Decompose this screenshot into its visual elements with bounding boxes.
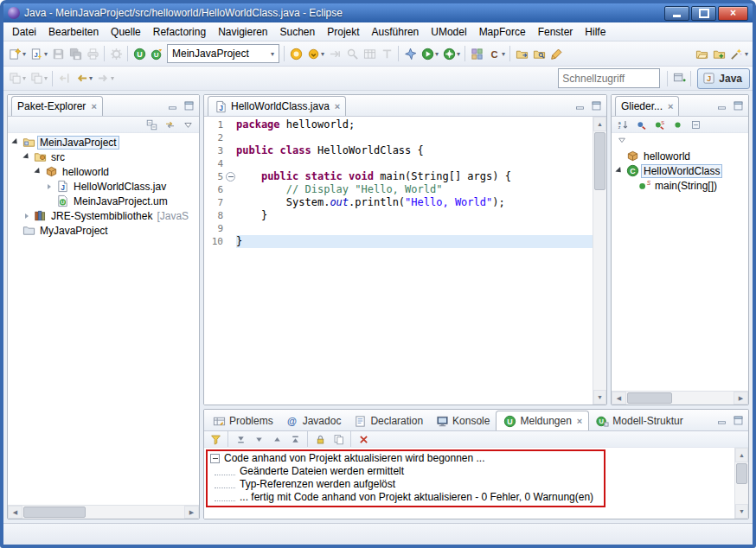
public-only-button[interactable] [669, 118, 686, 131]
expander-icon[interactable] [22, 213, 31, 219]
tab-problems[interactable]: Problems [206, 411, 279, 430]
expander-icon[interactable] [22, 155, 31, 159]
code-line[interactable]: 2 [204, 131, 593, 144]
run-button[interactable]: ▾ [419, 44, 440, 63]
menu-fenster[interactable]: Fenster [532, 23, 580, 41]
tab-meldungen[interactable]: UMeldungen× [496, 411, 589, 430]
tab-gliederung[interactable]: Glieder... × [615, 96, 679, 116]
open-resource-button[interactable] [694, 44, 711, 63]
scroll-thumb[interactable] [736, 463, 747, 484]
message-row[interactable]: Typ-Referenzen werden aufgelöst [209, 478, 593, 491]
menu-suchen[interactable]: Suchen [274, 23, 322, 41]
tree-item-myjavaproject[interactable]: MyJavaProject [8, 223, 199, 238]
quick-access-input[interactable] [558, 68, 660, 88]
lock-button[interactable] [311, 432, 329, 446]
maximize-view-button[interactable] [731, 99, 745, 112]
message-row[interactable]: ... fertig mit Code anhand von Projekt a… [209, 491, 593, 504]
tree-item-helloworldclass[interactable]: CHelloWorldClass [612, 163, 748, 178]
code-line[interactable]: 10} [204, 235, 593, 248]
tree-item-helloworldclass-jav[interactable]: JHelloWorldClass.jav [8, 179, 199, 194]
code-line[interactable]: 5 public static void main(String[] args)… [204, 170, 593, 183]
static-filter-button[interactable]: S [650, 118, 668, 131]
close-icon[interactable]: × [335, 101, 340, 112]
modules-grid-button[interactable] [468, 44, 485, 63]
msg-up-button[interactable] [268, 432, 285, 446]
maximize-view-button[interactable] [182, 99, 195, 112]
minimize-view-button[interactable] [165, 99, 179, 112]
back-button[interactable]: ▾ [73, 69, 94, 88]
coverage-button[interactable]: C▾ [485, 44, 507, 63]
scroll-track[interactable] [22, 506, 184, 519]
expander-icon[interactable] [33, 169, 42, 174]
expander-icon[interactable] [614, 169, 624, 173]
code-area[interactable]: 1package helloworld;23public class Hello… [204, 117, 593, 405]
copy-button[interactable] [330, 432, 347, 446]
maximize-view-button[interactable] [589, 99, 603, 112]
code-line[interactable]: 1package helloworld; [204, 118, 593, 131]
msg-up-bar-button[interactable] [286, 432, 304, 446]
minimize-view-button[interactable] [714, 99, 728, 112]
scroll-track[interactable] [626, 392, 734, 405]
msg-down-button[interactable] [250, 432, 267, 446]
view-menu-icon[interactable] [615, 133, 629, 147]
close-icon[interactable]: × [668, 101, 673, 112]
scroll-thumb[interactable] [627, 392, 672, 404]
scroll-track[interactable] [593, 131, 606, 390]
sort-button[interactable]: az [614, 118, 631, 131]
code-line[interactable]: 7 System.out.println("Hello, World"); [204, 196, 593, 209]
scroll-thumb[interactable] [23, 507, 86, 518]
tree-item-meinjavaproject-um[interactable]: UMeinJavaProject.um [8, 194, 199, 208]
outline-hscrollbar[interactable]: ◀ ▶ [612, 391, 748, 405]
expander-icon[interactable] [10, 140, 20, 144]
menu-hilfe[interactable]: Hilfe [579, 23, 612, 41]
code-line[interactable]: 4 [204, 157, 593, 170]
fields-button[interactable] [632, 118, 650, 131]
filter-button[interactable] [207, 432, 224, 446]
tree-item-helloworld[interactable]: helloworld [612, 149, 748, 163]
collapse-minus-icon[interactable] [210, 454, 220, 463]
tab-javadoc[interactable]: @Javadoc [279, 411, 348, 430]
search-button[interactable] [530, 44, 548, 63]
umodel-sync-button[interactable]: U [148, 44, 165, 63]
scroll-right-icon[interactable]: ▶ [184, 506, 199, 519]
expander-icon[interactable] [44, 184, 54, 189]
scroll-up-icon[interactable]: ▲ [593, 117, 606, 131]
collapse-all-button[interactable] [143, 118, 160, 131]
code-line[interactable]: 6 // Display "Hello, World" [204, 183, 593, 196]
editor-tab-helloworldclass-java[interactable]: J HelloWorldClass.java × [208, 96, 346, 116]
menu-bearbeiten[interactable]: Bearbeiten [42, 23, 105, 41]
message-row[interactable]: Geänderte Dateien werden ermittelt [209, 465, 593, 478]
close-icon[interactable]: × [91, 101, 96, 112]
scroll-up-icon[interactable]: ▲ [735, 448, 748, 462]
msg-down-bar-button[interactable] [232, 432, 249, 446]
tab-declaration[interactable]: Declaration [347, 411, 429, 430]
menu-umodel[interactable]: UModel [425, 23, 472, 41]
mapforce-button[interactable] [287, 44, 304, 63]
java-perspective-button[interactable]: J Java [697, 68, 750, 89]
open-type-button[interactable] [513, 44, 530, 63]
umodel-project-selector[interactable]: MeinJavaProject▾ [167, 44, 279, 63]
tab-paket-explorer[interactable]: Paket-Explorer × [11, 96, 103, 116]
maximize-view-button[interactable] [731, 413, 745, 427]
new-button[interactable]: ▾ [6, 44, 28, 63]
new-task-button[interactable] [711, 44, 728, 63]
umodel-project-button[interactable]: U [131, 44, 148, 63]
clear-button[interactable] [355, 432, 372, 446]
minimize-view-button[interactable] [714, 413, 728, 427]
tab-modell-struktur[interactable]: UModell-Struktur [589, 411, 689, 430]
scroll-down-icon[interactable]: ▼ [735, 504, 748, 519]
code-line[interactable]: 3public class HelloWorldClass { [204, 144, 593, 157]
message-root[interactable]: Code anhand von Projekt aktualisieren wi… [209, 452, 593, 465]
scroll-thumb[interactable] [594, 132, 605, 190]
messages-vscrollbar[interactable]: ▲ ▼ [734, 448, 748, 519]
minimize-button[interactable] [664, 6, 689, 21]
tree-item-helloworld[interactable]: helloworld [8, 164, 199, 179]
editor-vscrollbar[interactable]: ▲ ▼ [593, 117, 606, 405]
mapforce-insert-button[interactable]: ▾ [304, 44, 326, 63]
wizard-button[interactable]: ▾ [728, 44, 750, 63]
scroll-left-icon[interactable]: ◀ [8, 506, 22, 519]
tree-item-src[interactable]: src [8, 150, 199, 164]
tab-konsole[interactable]: Konsole [429, 411, 496, 430]
annotate-button[interactable] [548, 44, 565, 63]
hide-local-button[interactable] [687, 118, 704, 131]
